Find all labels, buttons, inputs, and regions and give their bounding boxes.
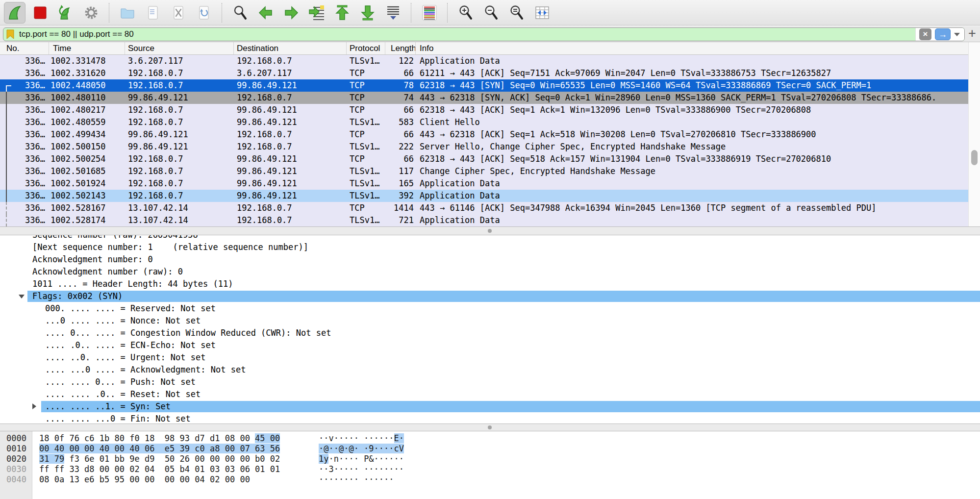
detail-row[interactable]: .... .... .0.. = Reset: Not set — [0, 388, 980, 400]
packet-row[interactable]: 336…1002.50015099.86.49.121192.168.0.7TL… — [0, 141, 968, 153]
toolbar-separator — [411, 3, 412, 23]
packet-row[interactable]: 336…1002.48011099.86.49.121192.168.0.7TC… — [0, 92, 968, 104]
arrow-left-icon — [257, 4, 274, 21]
reload-file-icon — [196, 4, 212, 21]
conversation-first-marker — [6, 85, 11, 92]
go-forward-button[interactable] — [280, 2, 302, 24]
start-capture-button[interactable] — [4, 2, 25, 24]
toolbar-separator — [222, 3, 223, 23]
packet-row[interactable]: 336…1002.49943499.86.49.121192.168.0.7TC… — [0, 128, 968, 141]
expander-expanded-icon[interactable] — [19, 295, 25, 299]
packet-list-header: No. Time Source Destination Protocol Len… — [0, 42, 980, 55]
filter-text[interactable]: tcp.port == 80 || udp.port == 80 — [19, 29, 134, 39]
column-header-no[interactable]: No. — [0, 42, 49, 54]
go-to-packet-button[interactable] — [306, 2, 327, 24]
column-header-time[interactable]: Time — [49, 42, 125, 54]
column-header-protocol[interactable]: Protocol — [347, 42, 385, 54]
filter-apply-button[interactable]: → — [935, 28, 951, 40]
packet-row[interactable]: 336…1002.501685192.168.0.799.86.49.121TL… — [0, 165, 968, 177]
zoom-in-button[interactable] — [455, 2, 477, 24]
conversation-marker — [6, 190, 11, 202]
packet-row-selected[interactable]: 336…1002.448050192.168.0.799.86.49.121TC… — [0, 79, 968, 92]
conversation-marker — [6, 165, 11, 177]
filter-clear-button[interactable]: × — [919, 28, 931, 40]
column-header-source[interactable]: Source — [125, 42, 234, 54]
zoom-in-icon — [457, 4, 474, 21]
detail-row[interactable]: 000. .... .... = Reserved: Not set — [0, 302, 980, 315]
packet-row[interactable]: 336…1002.502143192.168.0.799.86.49.121TL… — [0, 190, 968, 202]
restart-capture-button[interactable] — [55, 2, 76, 24]
pane-splitter-top[interactable] — [0, 226, 980, 235]
stop-capture-button[interactable] — [29, 2, 51, 24]
go-back-button[interactable] — [255, 2, 276, 24]
auto-scroll-button[interactable] — [382, 2, 404, 24]
filter-dropdown-caret[interactable] — [954, 33, 960, 36]
packet-details-pane: Sequence number (raw): 2665041958 [Next … — [0, 235, 980, 424]
save-file-button[interactable] — [142, 2, 164, 24]
pane-splitter-bottom[interactable] — [0, 424, 980, 431]
packet-row[interactable]: 336…1002.501924192.168.0.799.86.49.121TL… — [0, 177, 968, 190]
expander-collapsed-icon[interactable] — [32, 403, 36, 409]
packet-row[interactable]: 336…1002.3314783.6.207.117192.168.0.7TLS… — [0, 55, 968, 67]
restart-fin-icon — [57, 4, 74, 21]
detail-row[interactable]: Acknowledgment number (raw): 0 — [0, 266, 980, 278]
packet-row[interactable]: 336…1002.480559192.168.0.799.86.49.121TL… — [0, 116, 968, 128]
column-header-length[interactable]: Length — [385, 42, 416, 54]
hex-row[interactable]: 002031 79 f3 6e 01 bb 9e d9 50 26 00 00 … — [0, 454, 980, 464]
detail-row[interactable]: ...0 .... .... = Nonce: Not set — [0, 315, 980, 327]
splitter-handle-icon — [488, 229, 492, 233]
detail-row[interactable]: .... .... 0... = Push: Not set — [0, 376, 980, 388]
detail-row[interactable]: 1011 .... = Header Length: 44 bytes (11) — [0, 278, 980, 290]
packet-list: 336…1002.3314783.6.207.117192.168.0.7TLS… — [0, 55, 968, 226]
packet-row[interactable]: 336…1002.52816713.107.42.14192.168.0.7TC… — [0, 202, 968, 214]
reload-file-button[interactable] — [193, 2, 215, 24]
save-file-icon — [145, 4, 161, 21]
stop-icon — [32, 4, 49, 21]
go-to-packet-icon — [308, 4, 325, 21]
conversation-marker — [6, 128, 11, 141]
toolbar-separator — [109, 3, 110, 23]
find-packet-button[interactable] — [229, 2, 251, 24]
hex-row[interactable]: 000018 0f 76 c6 1b 80 f0 18 98 93 d7 d1 … — [0, 433, 980, 444]
detail-row-flags-selected[interactable]: Flags: 0x002 (SYN) — [0, 290, 980, 302]
capture-options-button[interactable] — [80, 2, 102, 24]
hex-row[interactable]: 0030ff ff 33 d8 00 00 02 04 05 b4 01 03 … — [0, 464, 980, 474]
display-filter-input[interactable]: tcp.port == 80 || udp.port == 80 × → — [3, 27, 965, 41]
close-file-button[interactable] — [168, 2, 189, 24]
conversation-marker — [6, 104, 11, 116]
packet-row[interactable]: 336…1002.52817413.107.42.14192.168.0.7TL… — [0, 214, 968, 226]
zoom-reset-button[interactable] — [506, 2, 528, 24]
go-to-bottom-button[interactable] — [357, 2, 378, 24]
column-header-destination[interactable]: Destination — [234, 42, 347, 54]
open-file-button[interactable] — [117, 2, 138, 24]
colorize-button[interactable] — [419, 2, 440, 24]
scrollbar-thumb[interactable] — [971, 150, 978, 165]
packet-row[interactable]: 336…1002.331620192.168.0.73.6.207.117TCP… — [0, 67, 968, 79]
packet-row[interactable]: 336…1002.480217192.168.0.799.86.49.121TC… — [0, 104, 968, 116]
hex-row[interactable]: 004008 0a 13 e6 b5 95 00 00 00 00 04 02 … — [0, 474, 980, 485]
detail-row[interactable]: .... ..0. .... = Urgent: Not set — [0, 351, 980, 364]
hex-row[interactable]: 001000 40 00 00 40 00 40 06 e5 39 c0 a8 … — [0, 444, 980, 454]
filter-buttons: × → — [915, 28, 964, 41]
detail-row[interactable]: [Next sequence number: 1 (relative seque… — [0, 241, 980, 253]
zoom-out-button[interactable] — [480, 2, 502, 24]
arrow-right-icon — [283, 4, 300, 21]
packet-list-scrollbar[interactable] — [968, 42, 980, 226]
detail-row[interactable]: .... .0.. .... = ECN-Echo: Not set — [0, 339, 980, 351]
column-header-info[interactable]: Info — [416, 42, 980, 54]
detail-row[interactable]: Sequence number (raw): 2665041958 — [0, 235, 980, 241]
auto-scroll-icon — [385, 4, 402, 21]
packet-row[interactable]: 336…1002.500254192.168.0.799.86.49.121TC… — [0, 153, 968, 165]
filter-bookmark-icon[interactable] — [6, 29, 14, 39]
detail-row-syn-selected[interactable]: .... .... ..1. = Syn: Set — [0, 400, 980, 413]
detail-row[interactable]: Acknowledgment number: 0 — [0, 253, 980, 266]
toolbar-separator — [447, 3, 448, 23]
detail-row[interactable]: .... 0... .... = Congestion Window Reduc… — [0, 327, 980, 339]
go-to-top-button[interactable] — [331, 2, 353, 24]
detail-row[interactable]: .... ...0 .... = Acknowledgment: Not set — [0, 364, 980, 376]
wireshark-fin-icon — [6, 4, 23, 21]
detail-row[interactable]: .... .... ...0 = Fin: Not set — [0, 413, 980, 424]
resize-columns-button[interactable] — [531, 2, 553, 24]
filter-add-button[interactable]: + — [966, 26, 978, 40]
unrelated-conversation-marker — [6, 202, 11, 214]
